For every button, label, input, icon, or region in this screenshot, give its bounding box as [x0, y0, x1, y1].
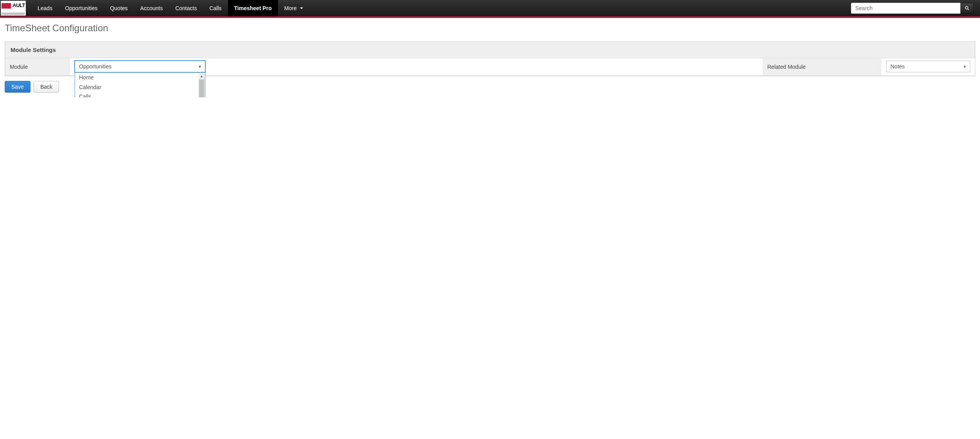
module-settings-panel: Module Settings Module Opportunities ▼ H… [5, 41, 975, 76]
nav-tabs: LeadsOpportunitiesQuotesAccountsContacts… [31, 0, 309, 16]
scroll-track[interactable] [198, 79, 205, 97]
panel-header: Module Settings [5, 42, 975, 58]
scroll-up-icon[interactable]: ▲ [198, 73, 205, 79]
chevron-down-icon: ▼ [963, 65, 967, 69]
caret-down-icon [300, 7, 303, 9]
svg-line-1 [967, 9, 969, 10]
nav-item-leads[interactable]: Leads [31, 0, 59, 16]
navbar-right [851, 3, 974, 14]
module-select-value: Opportunities [79, 63, 111, 70]
search-input[interactable] [851, 3, 960, 14]
nav-item-more[interactable]: More [278, 0, 309, 16]
save-button[interactable]: Save [5, 81, 31, 93]
related-module-label: Related Module [763, 58, 881, 75]
svg-point-0 [965, 7, 968, 9]
search-icon [965, 6, 969, 11]
module-field-value: Opportunities ▼ HomeCalendarCallsMeeting… [70, 58, 421, 75]
related-module-value: Notes [890, 63, 905, 70]
module-select-wrapper: Opportunities ▼ HomeCalendarCallsMeeting… [75, 61, 205, 72]
dropdown-scrollbar[interactable]: ▲ ▼ [198, 73, 205, 97]
related-module-select[interactable]: Notes ▼ [886, 61, 970, 72]
nav-item-accounts[interactable]: Accounts [134, 0, 169, 16]
module-label: Module [5, 58, 70, 75]
page-content: TimeSheet Configuration Module Settings … [0, 18, 980, 97]
nav-item-opportunities[interactable]: Opportunities [59, 0, 104, 16]
settings-row: Module Opportunities ▼ HomeCalendarCalls… [5, 58, 975, 76]
dropdown-option[interactable]: Calendar [75, 82, 198, 92]
nav-item-quotes[interactable]: Quotes [104, 0, 134, 16]
search-button[interactable] [960, 3, 974, 14]
logo-text: AULT [13, 2, 25, 8]
module-dropdown-options: HomeCalendarCallsMeetingsTasksNotesRepor… [75, 73, 198, 97]
top-navbar: AULT LeadsOpportunitiesQuotesAccountsCon… [0, 0, 980, 18]
module-select[interactable]: Opportunities ▼ [75, 61, 205, 72]
page-title: TimeSheet Configuration [5, 23, 975, 34]
back-button[interactable]: Back [34, 81, 59, 93]
chevron-down-icon: ▼ [198, 65, 202, 69]
dropdown-option[interactable]: Calls [75, 92, 198, 97]
nav-item-calls[interactable]: Calls [203, 0, 228, 16]
scroll-thumb[interactable] [199, 79, 204, 97]
dropdown-option[interactable]: Home [75, 73, 198, 82]
app-logo[interactable]: AULT [1, 1, 26, 16]
nav-item-contacts[interactable]: Contacts [169, 0, 203, 16]
module-dropdown: HomeCalendarCallsMeetingsTasksNotesRepor… [75, 72, 205, 97]
nav-item-timesheet-pro[interactable]: Timesheet Pro [228, 0, 278, 16]
related-module-field: Notes ▼ [881, 58, 975, 75]
